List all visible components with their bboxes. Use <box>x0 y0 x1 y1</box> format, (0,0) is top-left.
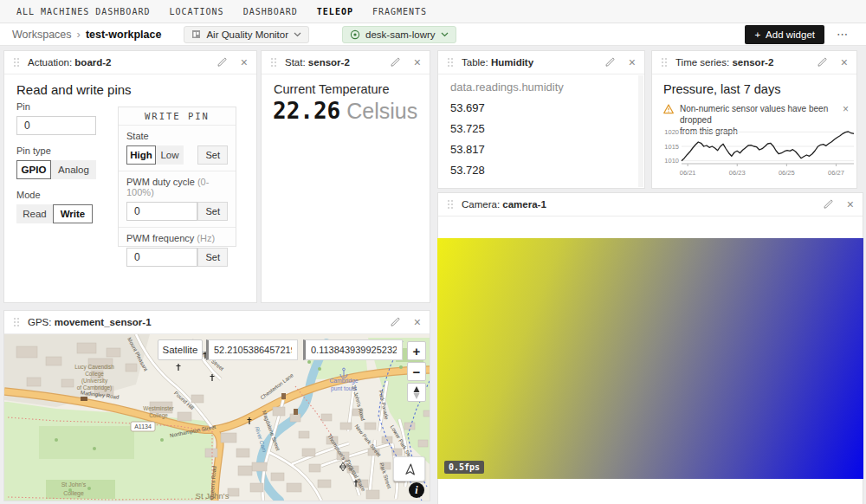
pwm-frequency-label: PWM frequency (Hz) <box>126 233 228 243</box>
edit-widget-button[interactable] <box>390 57 400 68</box>
mode-read-button[interactable]: Read <box>16 204 53 223</box>
set-pwm-frequency-button[interactable]: Set <box>197 248 228 267</box>
tower-icon <box>294 409 298 415</box>
svg-text:1020: 1020 <box>664 128 679 136</box>
widget-title: GPS: movement_sensor-1 <box>28 317 152 327</box>
state-low-button[interactable]: Low <box>156 145 184 165</box>
table-scrollbar[interactable] <box>638 75 643 187</box>
edit-widget-button[interactable] <box>604 57 615 68</box>
pin-label: Pin <box>16 101 96 112</box>
state-label: State <box>126 131 228 141</box>
stat-unit: Celsius <box>346 99 417 124</box>
edit-widget-button[interactable] <box>817 57 827 68</box>
gps-widget: GPS: movement_sensor-1 × <box>3 310 430 501</box>
table-widget: Table: Humidity × data.readings.humidity… <box>437 50 645 189</box>
timeseries-widget: Time series: sensor-2 × Pressure, last 7… <box>651 50 857 189</box>
latitude-input[interactable] <box>206 339 298 360</box>
pin-type-gpio-button[interactable]: GPIO <box>16 160 51 179</box>
drag-handle-icon[interactable] <box>447 57 454 68</box>
close-widget-button[interactable]: × <box>841 56 848 68</box>
nav-locations[interactable]: LOCATIONS <box>159 7 233 16</box>
stat-widget: Stat: sensor-2 × Current Temperature 22.… <box>261 50 430 303</box>
pencil-icon <box>817 57 827 68</box>
table-row: 53.697 <box>450 101 485 114</box>
actuation-widget-header: Actuation: board-2 × <box>4 51 256 74</box>
overflow-menu-button[interactable]: ⋯ <box>837 28 849 41</box>
pin-type-label: Pin type <box>16 145 96 156</box>
edit-widget-button[interactable] <box>390 317 400 327</box>
svg-text:06/25: 06/25 <box>779 169 795 177</box>
pin-type-analog-button[interactable]: Analog <box>51 160 96 179</box>
nav-all-machines-dashboard[interactable]: ALL MACHINES DASHBOARD <box>7 7 159 16</box>
pressure-line-chart: 10101015102006/2106/2306/2506/27 <box>661 126 856 181</box>
map-canvas[interactable]: A1134 Madingley RoadMount PleasantLucy C… <box>4 334 430 501</box>
svg-text:1015: 1015 <box>664 143 679 151</box>
table-column-header: data.readings.humidity <box>450 81 564 94</box>
zoom-out-button[interactable]: − <box>407 362 426 381</box>
chevron-down-icon <box>441 32 449 37</box>
close-widget-button[interactable]: × <box>414 56 421 68</box>
pencil-icon <box>216 57 227 68</box>
drag-handle-icon[interactable] <box>13 317 20 327</box>
road-ref-badge: A1134 <box>131 422 155 431</box>
locate-button[interactable] <box>393 456 425 481</box>
plus-icon: + <box>754 29 760 40</box>
close-widget-button[interactable]: × <box>241 56 248 68</box>
map-label: St John's <box>61 481 87 488</box>
map-label: Lucy Cavendish <box>74 364 114 371</box>
edit-widget-button[interactable] <box>823 199 833 210</box>
nav-teleop[interactable]: TELEOP <box>307 7 363 16</box>
navigation-arrow-icon <box>403 462 417 476</box>
drag-handle-icon[interactable] <box>270 57 277 68</box>
camera-widget: Camera: camera-1 × 0.5fps <box>437 192 863 504</box>
longitude-input[interactable] <box>303 339 403 360</box>
fps-badge: 0.5fps <box>444 461 484 474</box>
pencil-icon <box>823 199 833 210</box>
map-label: College <box>63 490 84 497</box>
actuation-widget: Actuation: board-2 × Read and write pins… <box>3 50 257 303</box>
breadcrumb-current[interactable]: test-workplace <box>86 29 162 41</box>
drag-handle-icon[interactable] <box>661 57 668 68</box>
add-widget-button[interactable]: + Add widget <box>745 25 824 44</box>
breadcrumb-workspaces[interactable]: Workspaces <box>12 29 72 41</box>
zoom-in-button[interactable]: + <box>407 341 426 360</box>
widget-title: Camera: camera-1 <box>462 199 546 210</box>
nav-dashboard[interactable]: DASHBOARD <box>234 7 307 16</box>
widget-title: Time series: sensor-2 <box>675 57 773 68</box>
map-label: Westminster <box>143 405 174 411</box>
machine-select-label: desk-sam-lowry <box>365 29 436 40</box>
pencil-icon <box>604 57 615 68</box>
svg-text:A1134: A1134 <box>134 423 152 430</box>
toolbar: Workspaces › test-workplace Air Quality … <box>0 23 866 46</box>
map-label: College <box>85 371 104 378</box>
svg-text:06/21: 06/21 <box>680 169 696 177</box>
workspace-icon <box>191 29 201 39</box>
close-widget-button[interactable]: × <box>629 56 636 68</box>
drag-handle-icon[interactable] <box>447 199 454 210</box>
table-row: 53.728 <box>450 164 485 177</box>
workspace-select[interactable]: Air Quality Monitor <box>184 26 309 43</box>
compass-button[interactable] <box>407 383 426 402</box>
machine-select[interactable]: desk-sam-lowry <box>342 26 456 43</box>
set-pwm-duty-button[interactable]: Set <box>197 202 228 221</box>
widget-title: Table: Humidity <box>462 57 533 68</box>
state-high-button[interactable]: High <box>126 145 156 165</box>
warning-icon <box>663 104 674 114</box>
stat-label: Current Temperature <box>274 82 390 96</box>
nav-fragments[interactable]: FRAGMENTS <box>363 7 436 16</box>
edit-widget-button[interactable] <box>216 57 227 68</box>
close-widget-button[interactable]: × <box>414 316 421 328</box>
tower-icon <box>281 393 286 399</box>
book-icon <box>81 397 87 401</box>
set-state-button[interactable]: Set <box>197 145 228 165</box>
attribution-info-button[interactable]: i <box>409 482 424 498</box>
pwm-frequency-input[interactable] <box>126 248 197 267</box>
satellite-toggle-button[interactable]: Satellite <box>158 339 203 360</box>
pwm-duty-input[interactable] <box>126 202 197 221</box>
close-widget-button[interactable]: × <box>847 198 854 210</box>
drag-handle-icon[interactable] <box>13 57 20 68</box>
map-label: (University <box>81 378 108 384</box>
pin-input[interactable] <box>16 116 96 135</box>
mode-write-button[interactable]: Write <box>53 204 93 223</box>
table-row: 53.725 <box>450 122 485 135</box>
